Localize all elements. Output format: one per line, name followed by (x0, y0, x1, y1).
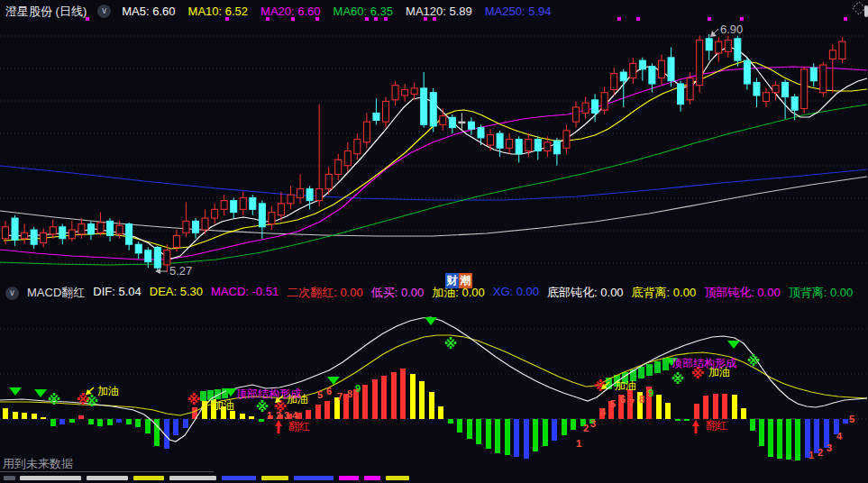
down-triangle-icon (727, 341, 740, 349)
ribbon-block (200, 391, 206, 401)
macd-bar (107, 419, 113, 425)
clipped-text-fragment (386, 476, 409, 480)
chart-canvas[interactable]: 5.276.90※※※※※※※※※※※123456789123456789123… (0, 0, 868, 483)
macd-bar (59, 419, 65, 424)
count-number: 1 (809, 450, 814, 460)
candle (69, 230, 75, 239)
down-triangle-icon (34, 389, 47, 397)
panel-divider (0, 471, 214, 472)
candle (697, 40, 703, 85)
candle (154, 247, 160, 268)
count-number: 1 (267, 410, 272, 421)
macd-bar (457, 419, 462, 433)
candle (278, 204, 284, 215)
macd-bar (703, 396, 708, 419)
clipped-text-fragment (339, 476, 359, 480)
candle (78, 224, 85, 234)
candle (383, 101, 389, 122)
macd-bar (571, 419, 576, 430)
candle (269, 213, 275, 224)
green-star-icon: ※ (48, 392, 61, 407)
candle (639, 60, 645, 69)
ma-line-ma250 (0, 166, 867, 200)
clipped-text-fragment (20, 476, 81, 480)
macd-bar (32, 414, 37, 419)
macd-bar (694, 404, 699, 419)
count-number: 4 (600, 406, 607, 417)
red-star-icon: ※ (187, 392, 201, 407)
candle (744, 60, 750, 84)
main-chart-header: 澄星股份 (日线) ∨ MA5: 6.60MA10: 6.52MA20: 6.6… (0, 0, 868, 23)
candle (316, 189, 323, 201)
macd-bar (13, 412, 18, 419)
candle (668, 58, 674, 81)
candle (59, 227, 66, 239)
chevron-down-icon[interactable]: ∨ (5, 287, 19, 300)
candle (592, 100, 598, 114)
candle (107, 221, 114, 235)
macd-bar (391, 372, 397, 419)
macd-bar (173, 419, 178, 435)
up-arrow-icon (692, 420, 699, 426)
candle (250, 197, 256, 209)
candle (687, 78, 693, 100)
macd-bar (843, 419, 848, 424)
candle (402, 90, 408, 96)
macd-bar (249, 416, 254, 419)
candle (363, 122, 370, 142)
clipped-text-fragment (133, 476, 164, 480)
candle (202, 218, 208, 230)
ribbon-block (654, 361, 661, 373)
down-triangle-icon (327, 377, 340, 385)
candle (620, 72, 626, 81)
ma-value-ma60: MA60: 6.35 (333, 5, 394, 18)
candle (468, 122, 474, 129)
macd-field-MACD: MACD: -0.51 (211, 285, 279, 301)
ribbon-block (638, 367, 644, 378)
macd-field-DIF: DIF: 5.04 (93, 285, 141, 301)
count-number: 2 (583, 423, 589, 433)
macd-field-DEA: DEA: 5.30 (150, 285, 203, 301)
macd-bar (88, 419, 94, 424)
stock-title: 澄星股份 (日线) (5, 4, 87, 20)
macd-bar (795, 419, 800, 460)
candle (440, 116, 446, 125)
clipped-text-fragment (222, 476, 256, 480)
candle (259, 204, 265, 227)
macd-values-group: MACD翻红DIF: 5.04DEA: 5.30MACD: -0.51二次翻红:… (27, 285, 853, 301)
candle (754, 82, 760, 96)
macd-bar (732, 395, 737, 419)
macd-bar (768, 419, 773, 457)
macd-bar (505, 419, 510, 455)
candle (772, 86, 779, 93)
candle (735, 39, 741, 60)
macd-bar (230, 411, 235, 419)
candle (41, 232, 47, 242)
green-star-icon: ※ (672, 371, 685, 387)
macd-bar (562, 419, 567, 435)
ma-line-ma10 (4, 61, 867, 249)
clipped-text-fragment (169, 476, 216, 480)
chevron-down-icon[interactable]: ∨ (97, 5, 111, 18)
candle (421, 88, 427, 125)
ma-line-ma5 (4, 47, 867, 259)
clipped-text-fragment (294, 476, 333, 480)
green-star-icon: ※ (444, 336, 458, 351)
signal-text: 加油 (615, 379, 636, 392)
candle (231, 201, 237, 213)
count-number: 2 (276, 410, 281, 421)
macd-bar (543, 419, 548, 446)
logo-char-2: 潮 (459, 273, 472, 288)
macd-bar (533, 419, 538, 451)
macd-bar (524, 419, 529, 459)
candle (31, 230, 37, 244)
macd-bar (486, 419, 491, 449)
macd-field-二次翻红: 二次翻红: 0.00 (287, 285, 363, 301)
clipped-text-fragment (87, 476, 128, 480)
candle (430, 93, 436, 126)
macd-bar (429, 392, 434, 419)
macd-bar (410, 374, 416, 419)
macd-bar (3, 408, 8, 419)
macd-bar (759, 419, 764, 446)
macd-histogram (3, 369, 848, 460)
